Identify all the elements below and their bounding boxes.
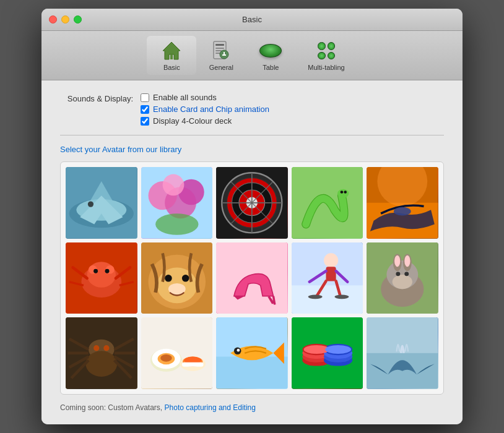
avatar-heels[interactable]: [216, 242, 288, 314]
tab-basic[interactable]: Basic: [147, 36, 196, 75]
coming-soon-link[interactable]: Photo capturing and Editing: [165, 403, 256, 412]
sounds-display-section: Sounds & Display: Enable all sounds Enab…: [60, 93, 444, 126]
svg-rect-4: [215, 48, 224, 49]
toolbar: Basic General: [41, 31, 463, 80]
svg-rect-61: [292, 285, 363, 314]
svg-point-77: [393, 275, 412, 289]
avatar-tiger[interactable]: [141, 242, 213, 314]
section-divider: [60, 135, 444, 135]
svg-point-55: [165, 275, 172, 282]
options-group: Enable all sounds Enable Card and Chip a…: [141, 93, 269, 126]
svg-point-51: [105, 268, 110, 273]
avatar-grid: [66, 167, 438, 389]
svg-rect-101: [181, 362, 203, 367]
avatar-title-link[interactable]: library: [160, 145, 181, 154]
svg-point-69: [334, 294, 349, 299]
tab-general-label: General: [209, 64, 233, 71]
basic-icon: [160, 40, 183, 62]
window-controls: [49, 15, 82, 24]
svg-point-34: [337, 189, 349, 198]
svg-point-40: [394, 207, 411, 216]
avatar-flowers[interactable]: [141, 167, 213, 239]
avatar-dolphin[interactable]: [367, 167, 438, 239]
svg-point-50: [93, 268, 98, 273]
svg-rect-63: [326, 267, 336, 281]
avatar-lobster[interactable]: [66, 242, 137, 314]
content-area: Sounds & Display: Enable all sounds Enab…: [41, 80, 463, 424]
svg-point-97: [160, 354, 172, 362]
general-icon: [210, 40, 232, 62]
table-icon: [259, 40, 282, 62]
coming-soon: Coming soon: Custom Avatars, Photo captu…: [60, 403, 444, 412]
coming-soon-prefix: Coming soon: Custom Avatars,: [60, 403, 165, 412]
avatar-poker-chips[interactable]: [292, 317, 363, 389]
enable-animation-option[interactable]: Enable Card and Chip animation: [141, 105, 269, 114]
avatar-grid-container: [60, 161, 444, 395]
svg-point-35: [340, 191, 343, 194]
svg-point-15: [88, 202, 93, 207]
avatar-fish[interactable]: [216, 317, 288, 389]
avatar-title-prefix: Select your Avatar from our: [60, 145, 160, 154]
svg-rect-5: [215, 50, 222, 51]
svg-point-92: [103, 345, 109, 351]
svg-point-36: [344, 191, 347, 194]
svg-line-59: [274, 296, 275, 304]
minimize-button[interactable]: [61, 15, 69, 24]
tab-basic-label: Basic: [163, 64, 180, 71]
avatar-whale[interactable]: [367, 317, 438, 389]
multi-tabling-icon: [315, 40, 337, 62]
svg-rect-103: [216, 357, 288, 389]
avatar-donkey[interactable]: [367, 242, 438, 314]
svg-point-62: [324, 253, 338, 267]
display-deck-option[interactable]: Display 4-Colour deck: [141, 116, 269, 126]
svg-point-116: [325, 345, 351, 354]
display-deck-checkbox[interactable]: [141, 117, 149, 126]
tab-table-label: Table: [263, 64, 279, 71]
svg-point-75: [394, 255, 400, 266]
svg-rect-1: [170, 54, 173, 59]
avatar-roulette[interactable]: [216, 167, 288, 239]
enable-sounds-checkbox[interactable]: [141, 93, 149, 102]
titlebar: Basic: [41, 9, 463, 31]
avatar-sushi[interactable]: [141, 317, 213, 389]
tab-multi-tabling-label: Multi-tabling: [308, 64, 344, 71]
svg-point-20: [162, 174, 184, 196]
main-window: Basic Basic: [41, 9, 463, 424]
svg-rect-3: [215, 44, 224, 46]
avatar-section: Select your Avatar from our library: [60, 145, 444, 412]
tab-general[interactable]: General: [196, 36, 246, 75]
maximize-button[interactable]: [74, 15, 82, 24]
svg-point-79: [405, 272, 409, 276]
svg-point-105: [237, 349, 240, 352]
enable-sounds-label: Enable all sounds: [153, 93, 217, 102]
tab-multi-tabling[interactable]: Multi-tabling: [295, 36, 357, 75]
svg-point-82: [85, 351, 117, 377]
avatar-shark[interactable]: [66, 167, 137, 239]
window-title: Basic: [242, 15, 262, 24]
close-button[interactable]: [49, 15, 57, 24]
enable-animation-checkbox[interactable]: [141, 105, 149, 114]
avatar-section-title: Select your Avatar from our library: [60, 145, 444, 154]
svg-point-78: [396, 272, 401, 276]
enable-animation-label: Enable Card and Chip animation: [153, 105, 269, 114]
svg-rect-9: [222, 54, 226, 56]
svg-point-76: [405, 255, 411, 266]
enable-sounds-option[interactable]: Enable all sounds: [141, 93, 269, 102]
svg-point-56: [181, 275, 189, 282]
avatar-spider[interactable]: [66, 317, 137, 389]
tab-table[interactable]: Table: [246, 36, 295, 75]
avatar-skier[interactable]: [292, 242, 363, 314]
avatar-snake[interactable]: [292, 167, 363, 239]
svg-point-91: [93, 345, 99, 351]
svg-point-21: [155, 213, 198, 235]
svg-point-68: [308, 294, 322, 299]
display-deck-label: Display 4-Colour deck: [153, 116, 232, 126]
sounds-section-label: Sounds & Display:: [60, 93, 141, 103]
